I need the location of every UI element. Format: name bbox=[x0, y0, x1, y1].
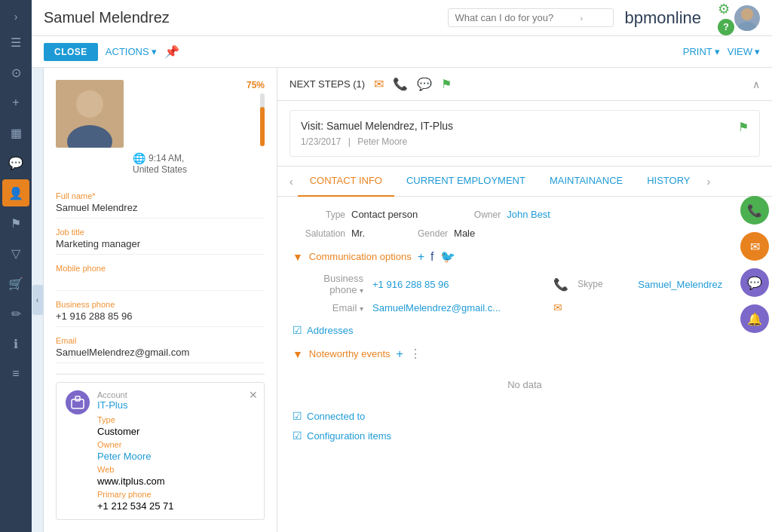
noteworthy-label[interactable]: Noteworthy events bbox=[309, 348, 391, 359]
list-icon[interactable]: ≡ bbox=[2, 360, 29, 387]
top-right-icons: ⚙ ? bbox=[718, 1, 734, 35]
job-title-field: Job title Marketing manager bbox=[44, 223, 277, 259]
action-bar-right: PRINT ▾ VIEW ▾ bbox=[683, 46, 760, 57]
noteworthy-no-data: No data bbox=[293, 367, 757, 402]
funnel-icon[interactable]: ▽ bbox=[2, 240, 29, 267]
config-items-checkbox-icon[interactable]: ☑ bbox=[293, 430, 302, 442]
add-icon[interactable]: + bbox=[2, 89, 29, 116]
tabs-next-button[interactable]: › bbox=[703, 176, 715, 188]
facebook-icon[interactable]: f bbox=[430, 250, 433, 264]
home-icon[interactable]: ⊙ bbox=[2, 59, 29, 86]
business-phone-value: +1 916 288 85 96 bbox=[56, 310, 265, 327]
tab-maintainance[interactable]: MAINTAINANCE bbox=[538, 167, 635, 197]
progress-fill bbox=[260, 107, 265, 147]
gear-icon[interactable]: ⚙ bbox=[718, 1, 734, 17]
activity-date: 1/23/2017 bbox=[301, 136, 341, 147]
progress-bar bbox=[260, 93, 265, 146]
account-phone-value: +1 212 534 25 71 bbox=[97, 500, 255, 512]
owner-field: Owner John Best bbox=[448, 209, 550, 220]
floating-buttons: 📞 ✉ 💬 🔔 bbox=[740, 196, 769, 336]
chart-icon[interactable]: ▦ bbox=[2, 119, 29, 146]
noteworthy-menu-icon[interactable]: ⋮ bbox=[409, 347, 421, 361]
pencil-icon[interactable]: ✏ bbox=[2, 300, 29, 327]
comm-email-value[interactable]: SamuelMelendrez@gmail.c... bbox=[368, 298, 549, 316]
connected-to-checkbox-icon[interactable]: ☑ bbox=[293, 410, 302, 422]
search-box[interactable]: › bbox=[448, 8, 614, 27]
connected-to-label[interactable]: Connected to bbox=[307, 411, 365, 422]
account-type-value: Customer bbox=[97, 426, 255, 437]
next-steps-bar: NEXT STEPS (1) ✉ 📞 💬 ⚑ ∧ bbox=[277, 68, 772, 101]
business-phone-row: Business phone ▾ +1 916 288 85 96 📞 Skyp… bbox=[293, 270, 757, 298]
noteworthy-toggle-icon[interactable]: ▼ bbox=[293, 348, 303, 360]
profile-photo bbox=[56, 80, 124, 148]
contacts-icon[interactable]: 👤 bbox=[2, 179, 29, 206]
activity-title: Visit: Samuel Melendrez, IT-Plus bbox=[301, 120, 749, 132]
activity-flag-icon[interactable]: ⚑ bbox=[738, 120, 749, 134]
profile-info: 75% 🌐 9:14 AM, United States bbox=[133, 80, 265, 175]
menu-icon[interactable]: ☰ bbox=[2, 29, 29, 56]
flag-icon[interactable]: ⚑ bbox=[2, 209, 29, 237]
addresses-section-header: ☑ Addresses bbox=[293, 324, 757, 336]
business-phone-label: Business phone bbox=[56, 300, 265, 309]
avatar bbox=[734, 5, 760, 31]
svg-point-3 bbox=[76, 90, 103, 118]
twitter-icon[interactable]: 🐦 bbox=[440, 249, 455, 264]
tabs-container: ‹ CONTACT INFO CURRENT EMPLOYMENT MAINTA… bbox=[277, 167, 772, 532]
comm-phone-dropdown-icon[interactable]: ▾ bbox=[360, 286, 363, 295]
account-card-close-button[interactable]: ✕ bbox=[249, 389, 258, 401]
pin-icon[interactable]: 📌 bbox=[164, 44, 179, 59]
tab-current-employment[interactable]: CURRENT EMPLOYMENT bbox=[394, 167, 538, 197]
info-icon[interactable]: ℹ bbox=[2, 330, 29, 357]
float-email-button[interactable]: ✉ bbox=[740, 232, 769, 261]
tabs-prev-button[interactable]: ‹ bbox=[285, 176, 298, 188]
message-action-icon[interactable]: 💬 bbox=[417, 77, 432, 91]
collapse-chevron-icon: ‹ bbox=[32, 285, 43, 315]
tabs-header: ‹ CONTACT INFO CURRENT EMPLOYMENT MAINTA… bbox=[277, 167, 772, 197]
comm-email-dropdown-icon[interactable]: ▾ bbox=[360, 304, 363, 313]
addresses-checkbox-icon[interactable]: ☑ bbox=[293, 324, 302, 336]
float-chat-button[interactable]: 💬 bbox=[740, 268, 769, 297]
config-items-label[interactable]: Configuration items bbox=[307, 430, 391, 442]
skype-value[interactable]: Samuel_Melendrez bbox=[633, 270, 757, 298]
tab-history[interactable]: HISTORY bbox=[635, 167, 702, 197]
account-name[interactable]: IT-Plus bbox=[97, 399, 255, 411]
action-bar: CLOSE ACTIONS ▾ 📌 PRINT ▾ VIEW ▾ bbox=[32, 36, 772, 68]
account-owner-value[interactable]: Peter Moore bbox=[97, 451, 255, 462]
flag-action-icon[interactable]: ⚑ bbox=[441, 77, 452, 91]
help-icon[interactable]: ? bbox=[718, 19, 734, 35]
noteworthy-section-header: ▼ Noteworthy events + ⋮ bbox=[293, 347, 757, 361]
send-email-icon[interactable]: ✉ bbox=[549, 298, 573, 316]
float-phone-button[interactable]: 📞 bbox=[740, 196, 769, 225]
mobile-phone-field: Mobile phone bbox=[44, 259, 277, 295]
next-steps-collapse-icon[interactable]: ∧ bbox=[752, 78, 760, 90]
tab-contact-info[interactable]: CONTACT INFO bbox=[298, 167, 394, 197]
nav-expand-icon[interactable]: › bbox=[2, 8, 29, 26]
print-button[interactable]: PRINT ▾ bbox=[683, 46, 720, 57]
comm-options-label[interactable]: Communication options bbox=[309, 251, 412, 262]
skype-label: Skype bbox=[573, 270, 633, 298]
cart-icon[interactable]: 🛒 bbox=[2, 270, 29, 297]
salutation-row: Salutation Mr. Gender Male bbox=[293, 228, 757, 239]
noteworthy-add-icon[interactable]: + bbox=[397, 347, 403, 361]
addresses-label[interactable]: Addresses bbox=[307, 325, 353, 336]
comm-options-toggle-icon[interactable]: ▼ bbox=[293, 251, 303, 263]
svg-point-1 bbox=[738, 22, 756, 31]
owner-value[interactable]: John Best bbox=[507, 209, 550, 220]
side-collapse-button[interactable]: ‹ bbox=[32, 68, 44, 532]
search-input[interactable] bbox=[455, 12, 575, 23]
chat-icon[interactable]: 💬 bbox=[2, 149, 29, 176]
email-action-icon[interactable]: ✉ bbox=[374, 77, 384, 91]
account-type-label: Type bbox=[97, 415, 255, 424]
actions-button[interactable]: ACTIONS ▾ bbox=[106, 46, 157, 57]
comm-business-phone-value[interactable]: +1 916 288 85 96 bbox=[368, 270, 549, 298]
next-steps-label: NEXT STEPS (1) bbox=[290, 78, 365, 90]
comm-options-add-icon[interactable]: + bbox=[418, 250, 424, 264]
config-items-header: ☑ Configuration items bbox=[293, 430, 757, 442]
view-button[interactable]: VIEW ▾ bbox=[728, 46, 760, 57]
phone-action-icon[interactable]: 📞 bbox=[393, 77, 408, 91]
call-phone-icon[interactable]: 📞 bbox=[549, 270, 573, 298]
content-area: ‹ 75% bbox=[32, 68, 772, 532]
close-button[interactable]: CLOSE bbox=[44, 43, 98, 61]
float-bell-button[interactable]: 🔔 bbox=[740, 304, 769, 333]
comm-table: Business phone ▾ +1 916 288 85 96 📞 Skyp… bbox=[293, 270, 757, 316]
